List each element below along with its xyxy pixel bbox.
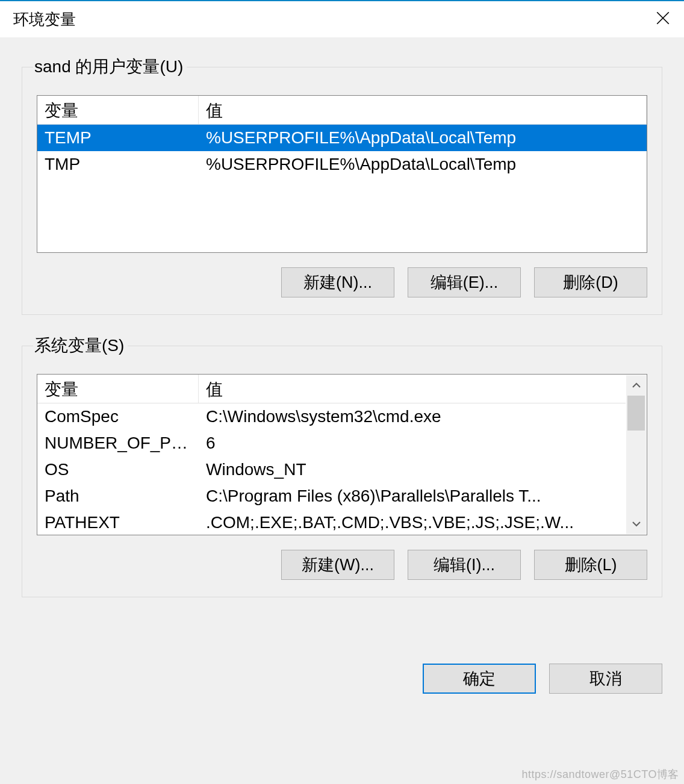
close-button[interactable] bbox=[642, 1, 684, 37]
system-variables-list[interactable]: 变量 值 ComSpec C:\Windows\system32\cmd.exe… bbox=[37, 374, 647, 535]
scrollbar-vertical[interactable] bbox=[626, 375, 646, 534]
list-header: 变量 值 bbox=[37, 96, 647, 125]
table-row[interactable]: Path C:\Program Files (x86)\Parallels\Pa… bbox=[37, 483, 626, 509]
column-header-variable[interactable]: 变量 bbox=[37, 96, 199, 124]
cell-variable: PATHEXT bbox=[37, 513, 199, 532]
system-delete-button[interactable]: 删除(L) bbox=[534, 550, 647, 580]
user-buttons-row: 新建(N)... 编辑(E)... 删除(D) bbox=[37, 267, 647, 297]
cell-value: C:\Windows\system32\cmd.exe bbox=[199, 407, 626, 426]
cell-variable: NUMBER_OF_PRO... bbox=[37, 434, 199, 453]
scroll-up-button[interactable] bbox=[626, 375, 646, 396]
table-row[interactable]: TEMP %USERPROFILE%\AppData\Local\Temp bbox=[37, 125, 647, 151]
list-body: TEMP %USERPROFILE%\AppData\Local\Temp TM… bbox=[37, 125, 647, 178]
column-header-value[interactable]: 值 bbox=[199, 96, 647, 124]
scrollbar-thumb[interactable] bbox=[627, 396, 645, 431]
watermark-text: https://sandtower@51CTO博客 bbox=[521, 767, 679, 782]
table-row[interactable]: OS Windows_NT bbox=[37, 456, 626, 483]
chevron-down-icon bbox=[632, 518, 641, 529]
table-row[interactable]: NUMBER_OF_PRO... 6 bbox=[37, 430, 626, 456]
list-body: ComSpec C:\Windows\system32\cmd.exe NUMB… bbox=[37, 403, 626, 536]
dialog-buttons-row: 确定 取消 bbox=[0, 664, 684, 694]
user-new-button[interactable]: 新建(N)... bbox=[281, 267, 394, 297]
table-row[interactable]: PATHEXT .COM;.EXE;.BAT;.CMD;.VBS;.VBE;.J… bbox=[37, 509, 626, 536]
cell-value: Windows_NT bbox=[199, 460, 626, 479]
cell-variable: TEMP bbox=[37, 128, 199, 148]
table-row[interactable]: TMP %USERPROFILE%\AppData\Local\Temp bbox=[37, 151, 647, 178]
environment-variables-dialog: 环境变量 sand 的用户变量(U) 变量 值 TEMP %USERPROFIL… bbox=[0, 0, 684, 784]
cell-variable: Path bbox=[37, 487, 199, 506]
scroll-down-button[interactable] bbox=[626, 514, 646, 534]
system-buttons-row: 新建(W)... 编辑(I)... 删除(L) bbox=[37, 550, 647, 580]
cell-value: %USERPROFILE%\AppData\Local\Temp bbox=[199, 155, 647, 174]
user-variables-legend: sand 的用户变量(U) bbox=[33, 55, 187, 78]
cell-variable: OS bbox=[37, 460, 199, 479]
client-area: sand 的用户变量(U) 变量 值 TEMP %USERPROFILE%\Ap… bbox=[0, 37, 684, 631]
cell-value: C:\Program Files (x86)\Parallels\Paralle… bbox=[199, 487, 626, 506]
cell-value: %USERPROFILE%\AppData\Local\Temp bbox=[199, 128, 647, 148]
cell-value: .COM;.EXE;.BAT;.CMD;.VBS;.VBE;.JS;.JSE;.… bbox=[199, 513, 626, 532]
system-variables-group: 系统变量(S) 变量 值 ComSpec C:\Windows\system32… bbox=[22, 334, 662, 597]
user-delete-button[interactable]: 删除(D) bbox=[534, 267, 647, 297]
column-header-value[interactable]: 值 bbox=[199, 375, 626, 403]
cell-value: 6 bbox=[199, 434, 626, 453]
cell-variable: TMP bbox=[37, 155, 199, 174]
cancel-button[interactable]: 取消 bbox=[549, 664, 662, 694]
close-icon bbox=[655, 10, 671, 28]
table-row[interactable]: ComSpec C:\Windows\system32\cmd.exe bbox=[37, 403, 626, 430]
user-edit-button[interactable]: 编辑(E)... bbox=[408, 267, 521, 297]
window-title: 环境变量 bbox=[13, 9, 76, 30]
ok-button[interactable]: 确定 bbox=[423, 664, 536, 694]
system-new-button[interactable]: 新建(W)... bbox=[281, 550, 394, 580]
user-variables-group: sand 的用户变量(U) 变量 值 TEMP %USERPROFILE%\Ap… bbox=[22, 55, 662, 315]
chevron-up-icon bbox=[632, 380, 641, 391]
user-variables-list[interactable]: 变量 值 TEMP %USERPROFILE%\AppData\Local\Te… bbox=[37, 95, 647, 253]
cell-variable: ComSpec bbox=[37, 407, 199, 426]
system-variables-legend: 系统变量(S) bbox=[33, 334, 128, 357]
column-header-variable[interactable]: 变量 bbox=[37, 375, 199, 403]
scrollbar-track[interactable] bbox=[626, 396, 646, 514]
titlebar: 环境变量 bbox=[0, 1, 684, 37]
list-header: 变量 值 bbox=[37, 375, 626, 403]
system-edit-button[interactable]: 编辑(I)... bbox=[408, 550, 521, 580]
